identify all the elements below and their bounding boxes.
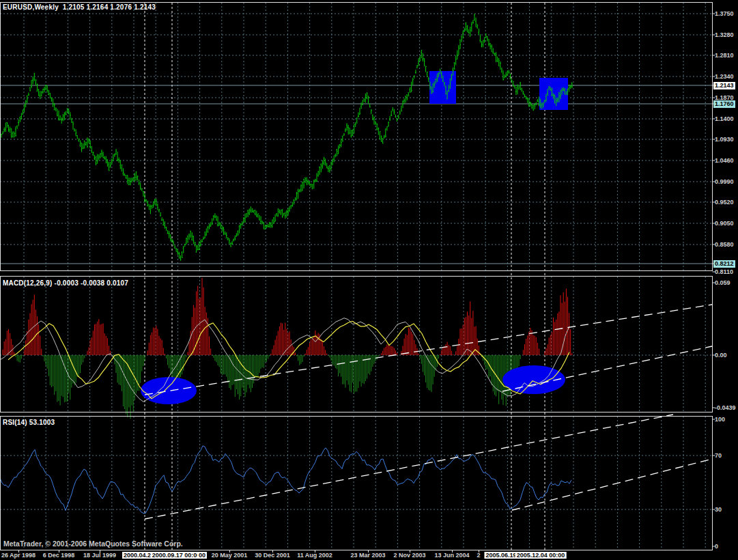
macd-histogram [3, 278, 572, 419]
price-axis-label: 1.2340 [715, 73, 734, 81]
price-axis-label: 0.8110 [715, 268, 733, 276]
macd-histogram-negative [16, 355, 520, 419]
price-level-marker: 1.1760 [713, 100, 735, 108]
price-bars [1, 14, 573, 260]
date-anchor-label: 2005.12.04 00:00 [515, 552, 567, 559]
rsi-axis-label: 100 [715, 416, 725, 423]
date-anchor-label: 2005.06.19 [484, 552, 517, 559]
price-axis-label: 1.3750 [715, 10, 734, 18]
price-axis-label: 1.0930 [715, 136, 734, 143]
time-axis-label: 2 Nov 2003 [393, 552, 425, 559]
price-axis-label: 1.2810 [715, 52, 734, 59]
macd-axis-label: 0.059 [715, 279, 730, 287]
macd-histogram-positive [3, 278, 572, 355]
price-level-lines[interactable] [0, 85, 712, 264]
date-anchor-label: 2000.04.2 [122, 552, 152, 559]
rsi-axis-label: 0 [715, 543, 718, 550]
time-axis-label: 2 [477, 552, 480, 559]
macd-axis-label: 0.00 [715, 352, 727, 359]
date-anchor-label: 00 [197, 552, 207, 559]
time-axis-label: 13 Jun 2004 [434, 552, 469, 559]
price-axis-label: 0.9990 [715, 178, 734, 186]
rsi-axis-label: 30 [715, 506, 722, 514]
time-axis-label: 30 Dec 2001 [255, 552, 290, 559]
panel-borders [1, 3, 715, 553]
signal-ellipse[interactable] [141, 377, 197, 404]
rsi-trendline[interactable] [145, 415, 673, 519]
time-axis-label: 20 May 2001 [212, 552, 248, 559]
rsi-trendline[interactable] [512, 459, 712, 510]
metatrader-chart-window: EURUSD,Weekly 1.2105 1.2164 1.2076 1.214… [0, 0, 738, 560]
bid-price-marker: 1.2143 [713, 82, 735, 89]
time-axis-label: 18 Jul 1999 [83, 552, 116, 559]
rsi-panel-title: RSI(14) 53.1003 [3, 419, 55, 426]
time-axis-label: 26 Apr 1998 [1, 552, 36, 559]
date-anchor-label: 2000.09.17 00:00 [151, 552, 202, 559]
macd-axis-label: -0.0439 [715, 404, 736, 412]
macd-main-line [0, 318, 569, 402]
time-axis-label: 11 Aug 2002 [297, 552, 332, 559]
price-panel-title: EURUSD,Weekly 1.2105 1.2164 1.2076 1.214… [3, 3, 156, 11]
price-axis-label: 0.9050 [715, 220, 734, 227]
price-axis-label: 1.3280 [715, 31, 734, 39]
price-axis-label: 0.9520 [715, 199, 734, 206]
time-axis-label: 23 Mar 2003 [350, 552, 385, 559]
price-axis-label: 1.0460 [715, 157, 734, 165]
price-axis-label: 0.8580 [715, 241, 734, 249]
rsi-axis-label: 70 [715, 452, 722, 460]
price-axis-label: 1.1400 [715, 115, 734, 123]
macd-panel-title: MACD(12,26,9) -0.0003 -0.0038 0.0107 [3, 279, 128, 287]
metatrader-watermark: MetaTrader, © 2001-2006 MetaQuotes Softw… [3, 540, 183, 548]
time-axis-label: 6 Dec 1998 [43, 552, 75, 559]
price-level-marker: 0.8212 [713, 260, 735, 268]
